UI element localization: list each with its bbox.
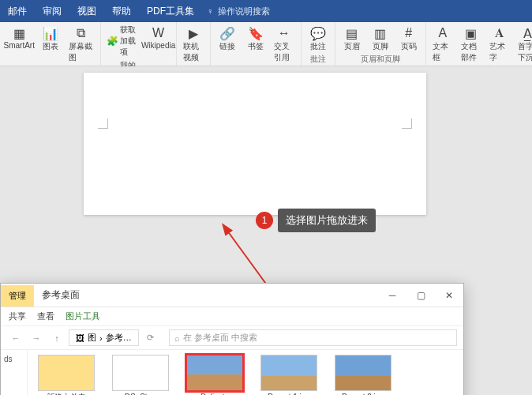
get-addins-button[interactable]: 🧩获取加载项	[104, 24, 142, 58]
dropcap-button[interactable]: A̲首字下沉	[515, 24, 532, 65]
nav-forward-button[interactable]: →	[28, 329, 45, 347]
ribbon-body: ▦SmartArt 📊图表 ⧉屏幕截图 插图 🧩获取加载项 ➕我的加载项 WWi…	[0, 22, 532, 66]
explorer-sidebar[interactable]: ds	[1, 350, 28, 395]
group-illustration: ▦SmartArt 📊图表 ⧉屏幕截图 插图	[0, 22, 101, 66]
textbox-icon: A	[435, 25, 451, 41]
group-media: ▶联机视频 媒体	[177, 22, 211, 66]
nav-back-button[interactable]: ←	[7, 329, 24, 347]
wikipedia-button[interactable]: WWikipedia	[144, 24, 172, 51]
file-item[interactable]: Desert 1.jpg	[257, 355, 321, 395]
header-icon: ▤	[344, 25, 360, 41]
crossref-button[interactable]: ↔交叉引用	[271, 24, 298, 65]
file-item[interactable]: Delicate Arches.jpg	[182, 355, 247, 395]
tab-pdf[interactable]: PDF工具集	[139, 0, 202, 22]
file-thumbnail	[186, 355, 243, 391]
callout-text: 选择图片拖放进来	[278, 209, 376, 232]
quickparts-button[interactable]: ▣文档部件	[458, 24, 485, 65]
nav-up-button[interactable]: ↑	[48, 329, 66, 347]
annotation-callout: 1 选择图片拖放进来	[256, 209, 376, 232]
screenshot-button[interactable]: ⧉屏幕截图	[66, 24, 98, 65]
chart-icon: 📊	[43, 25, 58, 41]
callout-number: 1	[256, 212, 273, 229]
group-links: 🔗链接 🔖书签 ↔交叉引用 链接	[211, 22, 302, 66]
wordart-button[interactable]: 𝐀艺术字	[486, 24, 513, 65]
menu-view[interactable]: 查看	[37, 310, 54, 322]
smartart-button[interactable]: ▦SmartArt	[3, 24, 36, 51]
footer-button[interactable]: ▥页脚	[367, 24, 394, 54]
dropcap-icon: A̲	[520, 25, 532, 41]
screenshot-icon: ⧉	[73, 25, 89, 41]
maximize-button[interactable]: ▢	[406, 284, 435, 307]
group-text: A文本框 ▣文档部件 𝐀艺术字 A̲首字下沉 文本	[426, 22, 532, 66]
file-thumbnail	[335, 355, 392, 391]
store-icon: 🧩	[107, 36, 118, 47]
pagenum-icon: #	[401, 25, 417, 41]
video-icon: ▶	[185, 25, 201, 41]
online-video-button[interactable]: ▶联机视频	[180, 24, 207, 65]
group-label: 批注	[310, 54, 326, 66]
group-headerfooter: ▤页眉 ▥页脚 #页码 页眉和页脚	[335, 22, 426, 66]
tab-view[interactable]: 视图	[69, 0, 104, 22]
textbox-button[interactable]: A文本框	[429, 24, 456, 65]
document-area: 1 选择图片拖放进来 管理 参考桌面 ─ ▢ ✕ 共享 查看 图片工具 ← → …	[0, 66, 532, 395]
file-explorer-window: 管理 参考桌面 ─ ▢ ✕ 共享 查看 图片工具 ← → ↑ 🖼 图 › 参考……	[0, 283, 464, 395]
crossref-icon: ↔	[276, 25, 292, 41]
link-button[interactable]: 🔗链接	[214, 24, 241, 54]
explorer-titlebar: 管理 参考桌面 ─ ▢ ✕	[1, 284, 463, 307]
group-comments: 💬批注 批注	[302, 22, 335, 66]
smartart-icon: ▦	[11, 25, 27, 41]
tab-mail[interactable]: 邮件	[0, 0, 35, 22]
minimize-button[interactable]: ─	[378, 284, 406, 307]
file-item[interactable]: Desert 2.jpg	[331, 355, 395, 395]
group-addins: 🧩获取加载项 ➕我的加载项 WWikipedia 加载项	[101, 22, 176, 66]
file-thumbnail	[38, 355, 95, 391]
wordart-icon: 𝐀	[492, 25, 508, 41]
header-button[interactable]: ▤页眉	[339, 24, 365, 54]
close-button[interactable]: ✕	[435, 284, 463, 307]
file-item[interactable]: .DS_Store	[108, 355, 173, 395]
lightbulb-icon: ♀	[207, 6, 213, 16]
file-thumbnail	[260, 355, 317, 391]
file-item[interactable]: 新建文件夹	[34, 355, 99, 395]
tab-help[interactable]: 帮助	[104, 0, 139, 22]
folder-icon: 🖼	[76, 333, 84, 343]
menu-share[interactable]: 共享	[9, 310, 26, 322]
ribbon-tabs: 邮件 审阅 视图 帮助 PDF工具集 ♀ 操作说明搜索	[0, 0, 532, 22]
wikipedia-icon: W	[151, 25, 167, 41]
explorer-subtab[interactable]: 图片工具	[66, 310, 100, 322]
bookmark-button[interactable]: 🔖书签	[242, 24, 269, 54]
explorer-search[interactable]: ⌕ 在 参考桌面 中搜索	[169, 329, 457, 346]
tab-review[interactable]: 审阅	[35, 0, 69, 22]
chart-button[interactable]: 📊图表	[37, 24, 64, 54]
breadcrumb[interactable]: 🖼 图 › 参考…	[69, 329, 139, 346]
bookmark-icon: 🔖	[248, 25, 264, 41]
link-icon: 🔗	[219, 25, 235, 41]
search-icon: ⌕	[174, 333, 180, 343]
document-page[interactable]	[84, 73, 426, 215]
refresh-button[interactable]: ⟳	[142, 329, 159, 347]
file-thumbnail	[112, 355, 169, 391]
tell-me-search[interactable]: 操作说明搜索	[218, 6, 270, 17]
explorer-nav: ← → ↑ 🖼 图 › 参考… ⟳ ⌕ 在 参考桌面 中搜索	[1, 326, 463, 350]
comment-icon: 💬	[310, 25, 326, 41]
comment-button[interactable]: 💬批注	[305, 24, 332, 54]
pagenum-button[interactable]: #页码	[395, 24, 422, 54]
quickparts-icon: ▣	[463, 25, 479, 41]
explorer-tab-manage[interactable]: 管理	[1, 285, 34, 307]
group-label: 页眉和页脚	[361, 54, 400, 66]
footer-icon: ▥	[373, 25, 388, 41]
explorer-menu: 共享 查看 图片工具	[1, 307, 463, 326]
explorer-window-title: 参考桌面	[34, 284, 88, 307]
explorer-file-grid: 新建文件夹.DS_StoreDelicate Arches.jpgDesert …	[28, 350, 463, 395]
